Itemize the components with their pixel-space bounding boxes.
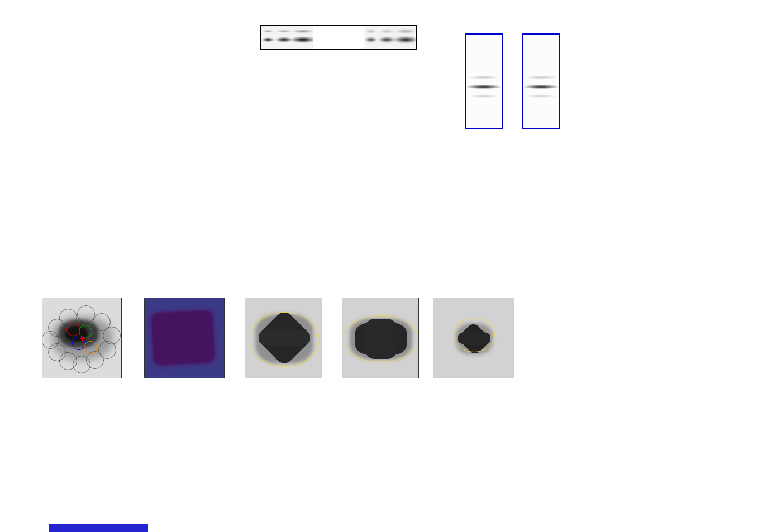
- with-sky-cutout: [465, 33, 503, 129]
- line-fit-plot: [578, 25, 746, 131]
- lineflux-map-panel: [144, 298, 225, 378]
- decals-r-axes: [342, 298, 419, 378]
- smoothed-image: [364, 26, 416, 49]
- lineflux-map-axes: [144, 298, 225, 378]
- decals-z-panel: [433, 298, 514, 378]
- fiber-circle-orange: [84, 341, 97, 354]
- center-cross: [82, 337, 83, 341]
- clean-image-image: [523, 35, 559, 128]
- fiber-positions-axes: [42, 298, 122, 378]
- bottom-blue-bar: [49, 524, 148, 532]
- full-spectrum-plot: [34, 184, 737, 268]
- fiber-circle: [42, 331, 59, 349]
- aperture-ellipse: [454, 318, 495, 352]
- fiber-positions-panel: [42, 298, 122, 378]
- aperture-ellipse: [343, 315, 419, 362]
- fiber-circle: [77, 305, 95, 323]
- with-sky-image: [466, 35, 502, 128]
- spec2d-image: [261, 26, 313, 49]
- decals-r-panel: [342, 298, 419, 378]
- fiber-circle-green: [79, 325, 92, 338]
- elixer-report-page: [0, 0, 782, 532]
- weighted-sum-row: [260, 25, 417, 50]
- lineflux-blob: [151, 310, 216, 366]
- fiber-circle-red: [66, 323, 80, 336]
- aperture-ellipse: [249, 312, 320, 367]
- clean-image-title: [507, 18, 574, 25]
- decals-g-axes: [245, 298, 322, 378]
- spec2d-strip-panel: [260, 18, 419, 142]
- decals-z-axes: [433, 298, 514, 378]
- clean-image-cutout: [522, 33, 560, 129]
- pixel-flat-image: [313, 26, 364, 49]
- decals-g-panel: [245, 298, 322, 378]
